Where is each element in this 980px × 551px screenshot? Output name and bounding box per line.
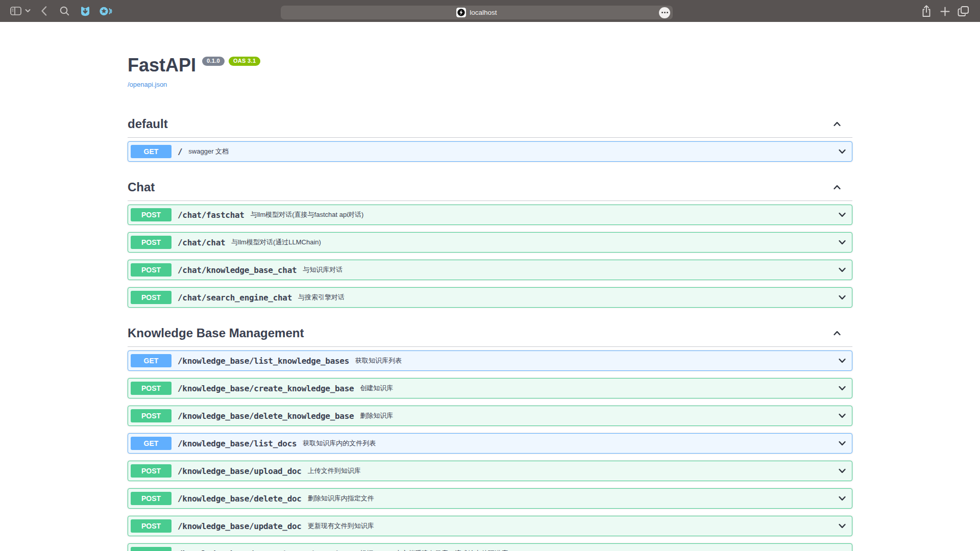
chevron-up-icon[interactable] <box>832 182 842 192</box>
endpoint-path: /knowledge_base/update_doc <box>178 521 302 531</box>
api-tag-section: ChatPOST/chat/fastchat与llm模型对话(直接与fastch… <box>128 169 852 308</box>
endpoint-row[interactable]: POST/chat/search_engine_chat与搜索引擎对话 <box>128 287 852 308</box>
share-icon[interactable] <box>921 5 932 18</box>
chevron-down-icon[interactable] <box>837 210 847 220</box>
chevron-down-icon[interactable] <box>837 411 847 421</box>
section-header-chat[interactable]: Chat <box>128 169 852 201</box>
endpoint-row[interactable]: GET/swagger 文档 <box>128 141 852 162</box>
endpoint-description: 与llm模型对话(通过LLMChain) <box>231 238 321 247</box>
method-badge: POST <box>131 236 172 249</box>
version-badge: 0.1.0 <box>202 57 225 66</box>
endpoint-path: /chat/chat <box>178 238 225 247</box>
endpoint-path: /knowledge_base/delete_doc <box>178 494 302 504</box>
endpoint-description: 与llm模型对话(直接与fastchat api对话) <box>251 210 364 219</box>
new-tab-icon[interactable] <box>940 7 950 16</box>
endpoint-description: 获取知识库列表 <box>355 356 402 365</box>
api-info: FastAPI 0.1.0 OAS 3.1 /openapi.json <box>128 54 852 88</box>
endpoint-path: /knowledge_base/list_docs <box>178 439 297 448</box>
method-badge: POST <box>131 291 172 304</box>
method-badge: GET <box>131 437 172 450</box>
method-badge: GET <box>131 354 172 367</box>
method-badge: POST <box>131 492 172 505</box>
method-badge: POST <box>131 382 172 395</box>
page-title: FastAPI <box>128 54 196 76</box>
api-tag-section: Knowledge Base ManagementGET/knowledge_b… <box>128 315 852 551</box>
endpoint-row[interactable]: GET/knowledge_base/list_knowledge_bases获… <box>128 350 852 371</box>
endpoint-description: 创建知识库 <box>360 384 393 393</box>
page-settings-ellipsis-button[interactable] <box>659 7 670 18</box>
method-badge: POST <box>131 208 172 221</box>
chevron-down-icon[interactable] <box>837 356 847 366</box>
sidebar-chevron-down-icon[interactable] <box>25 9 31 13</box>
clipper-extension-icon[interactable] <box>79 5 91 17</box>
method-badge: GET <box>131 145 172 158</box>
endpoint-path: /chat/search_engine_chat <box>178 293 292 303</box>
api-tag-section: defaultGET/swagger 文档 <box>128 106 852 162</box>
endpoint-row[interactable]: GET/knowledge_base/list_docs获取知识库内的文件列表 <box>128 433 852 454</box>
endpoint-description: 上传文件到知识库 <box>308 466 361 475</box>
method-badge: POST <box>131 464 172 478</box>
chevron-down-icon[interactable] <box>837 493 847 504</box>
chevron-up-icon[interactable] <box>832 328 842 338</box>
endpoint-path: /knowledge_base/upload_doc <box>178 466 302 476</box>
chevron-down-icon[interactable] <box>837 466 847 476</box>
chevron-down-icon[interactable] <box>837 548 847 551</box>
site-favicon <box>456 8 466 17</box>
endpoint-row[interactable]: POST/chat/chat与llm模型对话(通过LLMChain) <box>128 232 852 253</box>
address-bar[interactable]: localhost <box>281 6 673 19</box>
openapi-spec-link[interactable]: /openapi.json <box>128 81 167 88</box>
endpoint-description: 根据content中文档重建向量库，流式输出处理进度。 <box>360 549 514 551</box>
badge-extension-icon[interactable] <box>99 6 112 17</box>
endpoint-row[interactable]: POST/knowledge_base/update_doc更新现有文件到知识库 <box>128 516 852 536</box>
section-title: Chat <box>128 180 155 194</box>
swagger-page: FastAPI 0.1.0 OAS 3.1 /openapi.json defa… <box>128 54 852 551</box>
endpoint-row[interactable]: POST/knowledge_base/delete_doc删除知识库内指定文件 <box>128 488 852 509</box>
endpoint-path: /chat/knowledge_base_chat <box>178 265 297 275</box>
address-url: localhost <box>470 9 497 16</box>
tab-overview-icon[interactable] <box>958 6 970 17</box>
back-button[interactable] <box>40 6 47 16</box>
endpoint-path: /knowledge_base/recreate_vector_store <box>178 549 354 551</box>
endpoint-list: POST/chat/fastchat与llm模型对话(直接与fastchat a… <box>128 205 852 308</box>
section-title: default <box>128 117 168 131</box>
endpoint-description: 获取知识库内的文件列表 <box>303 439 376 448</box>
endpoint-list: GET/knowledge_base/list_knowledge_bases获… <box>128 350 852 551</box>
endpoint-row[interactable]: POST/chat/fastchat与llm模型对话(直接与fastchat a… <box>128 205 852 225</box>
endpoint-path: /knowledge_base/delete_knowledge_base <box>178 411 354 421</box>
endpoint-description: 删除知识库 <box>360 411 393 420</box>
chevron-down-icon[interactable] <box>837 292 847 303</box>
chevron-up-icon[interactable] <box>832 119 842 129</box>
chevron-down-icon[interactable] <box>837 146 847 157</box>
endpoint-row[interactable]: POST/knowledge_base/recreate_vector_stor… <box>128 543 852 551</box>
endpoint-row[interactable]: POST/knowledge_base/create_knowledge_bas… <box>128 378 852 398</box>
chevron-down-icon[interactable] <box>837 265 847 275</box>
chevron-down-icon[interactable] <box>837 521 847 531</box>
endpoint-description: 与搜索引擎对话 <box>298 293 345 302</box>
method-badge: POST <box>131 263 172 277</box>
endpoint-path: / <box>178 147 182 157</box>
method-badge: POST <box>131 547 172 551</box>
chevron-down-icon[interactable] <box>837 438 847 448</box>
endpoint-description: 与知识库对话 <box>303 265 342 274</box>
endpoint-path: /knowledge_base/list_knowledge_bases <box>178 356 349 366</box>
search-icon[interactable] <box>59 6 70 16</box>
endpoint-list: GET/swagger 文档 <box>128 141 852 162</box>
endpoint-description: swagger 文档 <box>188 147 229 156</box>
api-sections: defaultGET/swagger 文档ChatPOST/chat/fastc… <box>128 106 852 551</box>
endpoint-path: /knowledge_base/create_knowledge_base <box>178 384 354 393</box>
section-header-knowledge-base-management[interactable]: Knowledge Base Management <box>128 315 852 347</box>
chevron-down-icon[interactable] <box>837 383 847 393</box>
endpoint-row[interactable]: POST/knowledge_base/upload_doc上传文件到知识库 <box>128 461 852 481</box>
browser-toolbar: localhost <box>0 0 980 22</box>
chevron-down-icon[interactable] <box>837 237 847 247</box>
endpoint-description: 更新现有文件到知识库 <box>308 521 374 531</box>
section-header-default[interactable]: default <box>128 106 852 138</box>
section-title: Knowledge Base Management <box>128 326 304 340</box>
method-badge: POST <box>131 409 172 422</box>
endpoint-row[interactable]: POST/knowledge_base/delete_knowledge_bas… <box>128 406 852 426</box>
oas-badge: OAS 3.1 <box>229 57 260 66</box>
endpoint-path: /chat/fastchat <box>178 210 244 220</box>
method-badge: POST <box>131 519 172 533</box>
endpoint-row[interactable]: POST/chat/knowledge_base_chat与知识库对话 <box>128 260 852 280</box>
sidebar-toggle-button[interactable] <box>10 7 21 15</box>
